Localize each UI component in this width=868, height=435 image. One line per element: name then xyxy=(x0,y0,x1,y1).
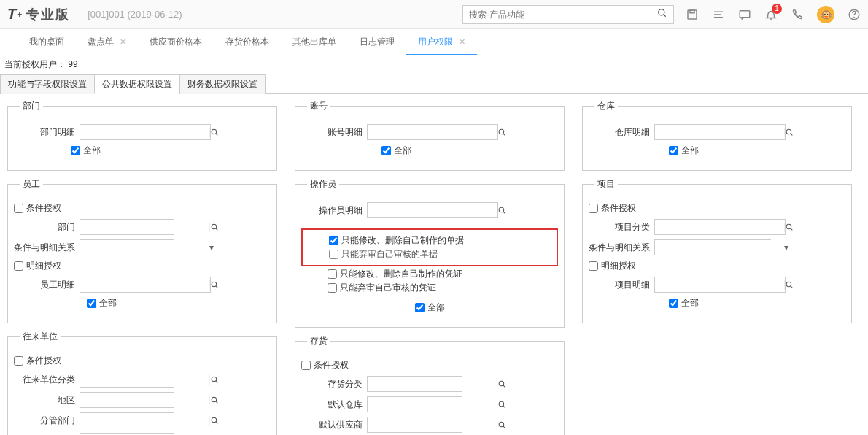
lookup-icon[interactable] xyxy=(784,128,794,137)
svg-point-13 xyxy=(212,224,217,229)
svg-rect-3 xyxy=(690,10,694,13)
lookup-icon[interactable] xyxy=(209,128,220,137)
close-icon[interactable]: ✕ xyxy=(120,37,126,47)
svg-point-41 xyxy=(786,282,791,287)
proj-cond-rel-select[interactable]: ▾ xyxy=(654,239,771,255)
tab-supplier-price[interactable]: 供应商价格本 xyxy=(138,29,214,55)
region-lookup[interactable] xyxy=(80,392,174,408)
inv-cond-auth-checkbox[interactable]: 条件授权 xyxy=(301,359,349,372)
partner-cond-auth-checkbox[interactable]: 条件授权 xyxy=(14,355,61,367)
close-icon[interactable]: ✕ xyxy=(459,37,465,47)
emp-detail-lookup[interactable] xyxy=(80,277,211,293)
svg-rect-2 xyxy=(688,10,697,19)
subtab-public-data[interactable]: 公共数据权限设置 xyxy=(94,74,180,94)
svg-line-16 xyxy=(216,285,217,287)
group-project: 项目 条件授权 项目分类 条件与明细关系▾ 明细授权 项目明细 全部 xyxy=(582,178,852,323)
save-icon[interactable] xyxy=(686,8,699,21)
chevron-down-icon[interactable]: ▾ xyxy=(784,242,788,253)
operator-all-checkbox[interactable]: 全部 xyxy=(415,301,445,314)
svg-line-1 xyxy=(664,15,666,17)
proj-detail-lookup[interactable] xyxy=(654,277,786,293)
tab-desktop[interactable]: 我的桌面 xyxy=(18,29,76,55)
list-icon[interactable] xyxy=(712,8,725,21)
emp-detail-input[interactable] xyxy=(80,277,209,292)
chevron-down-icon[interactable]: ▾ xyxy=(209,242,214,253)
inv-cat-lookup[interactable] xyxy=(367,376,462,392)
resp-dept-lookup[interactable] xyxy=(80,412,174,428)
bell-icon[interactable]: 1 xyxy=(764,8,778,21)
account-all-checkbox[interactable]: 全部 xyxy=(381,145,411,157)
tab-log[interactable]: 日志管理 xyxy=(348,29,406,55)
def-wh-lookup[interactable] xyxy=(367,396,462,412)
lookup-icon[interactable] xyxy=(209,223,220,232)
svg-rect-7 xyxy=(740,10,750,17)
proj-all-checkbox[interactable]: 全部 xyxy=(669,297,699,309)
lookup-icon[interactable] xyxy=(209,375,220,385)
search-box[interactable] xyxy=(462,5,674,24)
sub-tabs: 功能与字段权限设置 公共数据权限设置 财务数据权限设置 xyxy=(0,74,868,94)
avatar-icon[interactable]: 🐵 xyxy=(817,6,834,23)
op-only-own-doc-checkbox[interactable]: 只能修改、删除自己制作的单据 xyxy=(329,234,464,247)
def-supplier-lookup[interactable] xyxy=(367,417,462,433)
lookup-icon[interactable] xyxy=(497,206,507,215)
lookup-icon[interactable] xyxy=(784,280,794,290)
emp-dept-lookup[interactable] xyxy=(80,219,174,235)
search-input[interactable] xyxy=(463,9,651,20)
message-icon[interactable] xyxy=(738,8,751,21)
help-icon[interactable] xyxy=(848,8,861,21)
svg-point-33 xyxy=(499,422,504,427)
op-only-own-audit-checkbox[interactable]: 只能弃审自己审核的单据 xyxy=(329,248,438,261)
dept-all-checkbox[interactable]: 全部 xyxy=(71,145,101,157)
svg-point-37 xyxy=(786,129,791,134)
tab-inventory-check[interactable]: 盘点单✕ xyxy=(76,29,138,55)
emp-all-checkbox[interactable]: 全部 xyxy=(87,297,117,309)
lookup-icon[interactable] xyxy=(497,400,507,409)
lookup-icon[interactable] xyxy=(497,128,507,137)
subtab-finance-data[interactable]: 财务数据权限设置 xyxy=(179,74,266,94)
subtab-func-field[interactable]: 功能与字段权限设置 xyxy=(0,74,95,94)
svg-point-25 xyxy=(499,129,504,134)
highlight-box: 只能修改、删除自己制作的单据 只能弃审自己审核的单据 xyxy=(301,228,558,266)
lookup-icon[interactable] xyxy=(784,223,794,232)
search-icon[interactable] xyxy=(651,8,673,20)
lookup-icon[interactable] xyxy=(209,280,220,290)
dept-detail-lookup[interactable] xyxy=(80,124,211,140)
svg-line-12 xyxy=(216,133,217,134)
op-only-own-voucher-audit-checkbox[interactable]: 只能弃审自己审核的凭证 xyxy=(328,282,436,294)
lookup-icon[interactable] xyxy=(209,396,220,405)
svg-point-19 xyxy=(212,397,217,402)
group-inventory: 存货 条件授权 存货分类 默认仓库 默认供应商 品牌 条件与明细关系▾ xyxy=(295,335,565,435)
lookup-icon[interactable] xyxy=(497,380,507,389)
main-tabs: 我的桌面 盘点单✕ 供应商价格本 存货价格本 其他出库单 日志管理 用户权限✕ xyxy=(0,29,868,55)
partner-cat-lookup[interactable] xyxy=(80,372,174,388)
emp-cond-auth-checkbox[interactable]: 条件授权 xyxy=(14,202,61,215)
emp-dept-input[interactable] xyxy=(80,220,209,234)
lookup-icon[interactable] xyxy=(497,420,507,430)
proj-detail-auth-checkbox[interactable]: 明细授权 xyxy=(589,260,636,272)
svg-point-17 xyxy=(212,377,217,382)
proj-cat-lookup[interactable] xyxy=(654,219,786,235)
tab-other-out[interactable]: 其他出库单 xyxy=(281,29,348,55)
lookup-icon[interactable] xyxy=(209,416,220,426)
emp-cond-rel-select[interactable]: ▾ xyxy=(80,239,174,255)
operator-detail-lookup[interactable] xyxy=(367,202,498,218)
dept-detail-input[interactable] xyxy=(80,125,209,139)
group-employee: 员工 条件授权 部门 条件与明细关系 ▾ 明细授权 员工明细 全部 xyxy=(7,178,277,323)
wh-detail-lookup[interactable] xyxy=(654,124,786,140)
tab-stock-price[interactable]: 存货价格本 xyxy=(214,29,281,55)
phone-icon[interactable] xyxy=(791,8,804,21)
svg-line-18 xyxy=(216,380,217,382)
svg-point-29 xyxy=(499,381,504,386)
svg-line-30 xyxy=(503,385,505,386)
svg-point-10 xyxy=(854,17,855,18)
company-info: [001]001 (2019-06-12) xyxy=(88,9,182,20)
svg-point-27 xyxy=(499,207,504,212)
proj-cond-auth-checkbox[interactable]: 条件授权 xyxy=(589,202,636,215)
op-only-own-voucher-checkbox[interactable]: 只能修改、删除自己制作的凭证 xyxy=(328,268,462,280)
wh-all-checkbox[interactable]: 全部 xyxy=(669,145,699,157)
tab-user-perm[interactable]: 用户权限✕ xyxy=(406,29,477,55)
account-detail-lookup[interactable] xyxy=(367,124,498,140)
svg-line-28 xyxy=(503,211,505,212)
emp-detail-auth-checkbox[interactable]: 明细授权 xyxy=(14,260,61,272)
current-auth-user: 当前授权用户： 99 xyxy=(0,55,868,74)
